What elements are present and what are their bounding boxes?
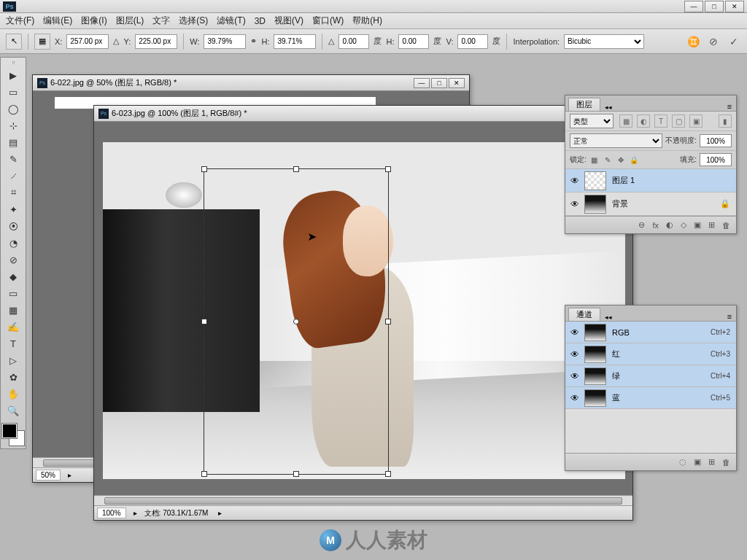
link-icon[interactable]: ⚭ [250,36,257,46]
color-picker[interactable] [2,424,24,446]
cancel-transform-icon[interactable]: ⊘ [706,34,721,49]
layer-name-1[interactable]: 图层 1 [612,175,736,186]
doc1-status-icon[interactable]: ▸ [68,471,71,479]
layer-visibility-bg[interactable]: 👁 [565,199,584,209]
channel-blue[interactable]: 👁 蓝 Ctrl+5 [565,387,736,409]
document-title-2[interactable]: Ps 6-023.jpg @ 100% (图层 1, RGB/8#) * — □… [94,106,632,122]
menu-window[interactable]: 窗口(W) [312,15,344,27]
path-tool[interactable]: T [3,335,23,351]
transform-handle-tl[interactable] [201,166,207,172]
menu-select[interactable]: 选择(S) [179,15,208,27]
fx-icon[interactable]: fx [652,221,659,230]
cursor-tool-icon[interactable]: ↖ [6,34,22,50]
menu-type[interactable]: 文字 [152,15,170,27]
layer-thumb-1[interactable] [584,171,606,190]
transform-center[interactable] [293,319,299,324]
transform-handle-tr[interactable] [385,166,391,172]
hand-tool[interactable]: ✿ [3,369,23,385]
v-input[interactable] [457,34,488,49]
layer-type-filter[interactable]: 类型 [570,114,614,128]
shape-tool[interactable]: ▷ [3,352,23,368]
new-channel-icon[interactable]: ⊞ [708,457,715,467]
delete-layer-icon[interactable]: 🗑 [722,221,730,230]
menu-help[interactable]: 帮助(H) [352,15,382,27]
magic-wand-tool[interactable]: ⊹ [3,117,23,133]
filter-adjust-icon[interactable]: ◐ [637,114,650,128]
layer-row-bg[interactable]: 👁 背景 🔒 [565,192,736,216]
doc2-status-icon[interactable]: ▸ [133,509,137,517]
channels-tab[interactable]: 通道 [568,308,600,321]
lock-position-icon[interactable]: ✥ [616,155,626,165]
y-input[interactable] [135,34,177,49]
menu-3d[interactable]: 3D [255,16,266,26]
dodge-tool[interactable]: ▭ [3,285,23,301]
h-input[interactable] [274,34,316,49]
h2-input[interactable] [398,34,429,49]
quickmask-tool[interactable]: 🔍 [3,402,23,419]
channel-vis-red[interactable]: 👁 [565,349,584,359]
lock-transparency-icon[interactable]: ▦ [589,155,600,165]
save-selection-icon[interactable]: ▣ [694,457,701,467]
commit-transform-icon[interactable]: ✓ [727,34,741,49]
blur-tool[interactable]: ◆ [3,268,23,284]
layers-collapse-icon[interactable]: ◂◂ [602,104,615,111]
transform-handle-bl[interactable] [201,471,207,477]
layer-visibility-1[interactable]: 👁 [565,176,584,186]
delete-channel-icon[interactable]: 🗑 [722,458,730,467]
channel-vis-green[interactable]: 👁 [565,371,584,381]
lasso-tool[interactable]: ◯ [3,101,23,117]
history-brush-tool[interactable]: ⦿ [3,218,23,234]
channel-rgb[interactable]: 👁 RGB Ctrl+2 [565,322,736,343]
lock-all-icon[interactable]: 🔒 [629,155,639,165]
doc1-zoom[interactable]: 50% [36,470,61,481]
warp-icon[interactable]: ♊ [686,34,700,49]
maximize-button[interactable]: □ [705,1,724,12]
close-button[interactable]: ✕ [725,1,744,12]
toolbox-drag-handle[interactable]: ⠿ [0,61,26,66]
filter-type-icon[interactable]: T [654,114,667,128]
new-layer-icon[interactable]: ⊞ [708,220,715,230]
document-title-1[interactable]: Ps 6-022.jpg @ 50% (图层 1, RGB/8) * — □ ✕ [33,75,469,91]
doc1-maximize[interactable]: □ [431,78,447,88]
transform-handle-br[interactable] [385,471,391,477]
document-window-2[interactable]: Ps 6-023.jpg @ 100% (图层 1, RGB/8#) * — □… [93,105,633,521]
opacity-input[interactable] [700,134,732,147]
doc1-close[interactable]: ✕ [449,78,465,88]
brush-tool[interactable]: ⌗ [3,184,23,201]
menu-image[interactable]: 图像(I) [81,15,107,27]
minimize-button[interactable]: — [684,1,703,12]
channel-green[interactable]: 👁 绿 Ctrl+4 [565,365,736,387]
pen-tool[interactable]: ▦ [3,302,23,318]
group-icon[interactable]: ▣ [694,220,701,230]
transform-handle-mr[interactable] [385,319,391,324]
menu-layer[interactable]: 图层(L) [116,15,144,27]
menu-file[interactable]: 文件(F) [6,15,34,27]
zoom-tool[interactable]: ✋ [3,386,23,402]
crop-tool[interactable]: ▤ [3,134,23,150]
channels-collapse-icon[interactable]: ◂◂ [602,314,615,321]
lock-pixels-icon[interactable]: ✎ [603,155,613,165]
x-input[interactable] [66,34,109,49]
layers-tab[interactable]: 图层 [568,98,600,111]
reference-point-icon[interactable]: ▦ [34,34,50,50]
channels-menu-icon[interactable]: ≡ [723,312,736,321]
gradient-tool[interactable]: ⊘ [3,252,23,268]
type-tool[interactable]: ✍ [3,319,23,335]
load-selection-icon[interactable]: ◌ [679,457,686,467]
angle-input[interactable] [338,34,369,49]
stamp-tool[interactable]: ✦ [3,201,23,217]
doc2-status-flyout[interactable]: ▸ [218,509,222,517]
filter-smart-icon[interactable]: ▣ [689,114,703,128]
layers-menu-icon[interactable]: ≡ [723,102,736,111]
channel-vis-rgb[interactable]: 👁 [565,327,584,338]
menu-edit[interactable]: 编辑(E) [43,15,72,27]
transform-handle-bc[interactable] [293,471,299,477]
link-layers-icon[interactable]: ⊖ [638,220,645,230]
blend-mode-select[interactable]: 正常 [570,133,662,148]
canvas-2[interactable]: ➤ [94,122,632,495]
layer-name-bg[interactable]: 背景 [612,198,720,209]
filter-toggle-icon[interactable]: ▮ [719,114,732,128]
filter-shape-icon[interactable]: ▢ [672,114,685,128]
w-input[interactable] [204,34,246,49]
doc2-zoom[interactable]: 100% [97,508,126,518]
